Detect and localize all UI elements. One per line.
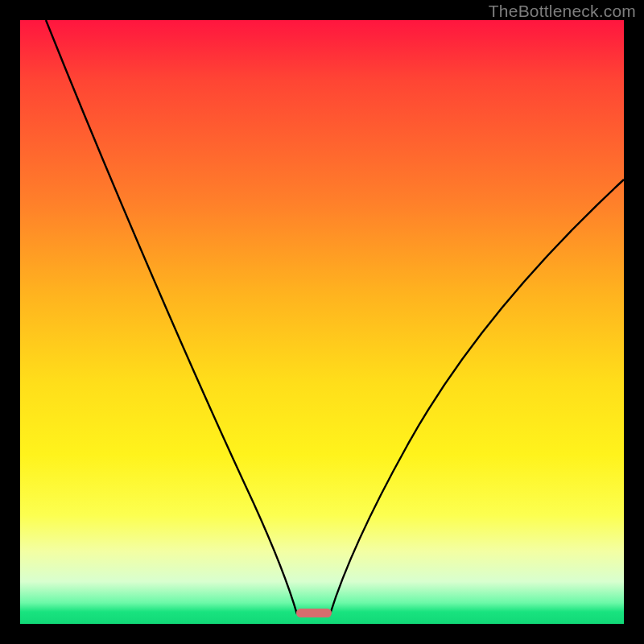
curve-right (330, 180, 624, 614)
chart-frame: TheBottleneck.com (0, 0, 644, 644)
plot-area (20, 20, 624, 624)
optimal-marker (296, 609, 332, 617)
watermark-text: TheBottleneck.com (489, 2, 636, 21)
bottleneck-curve (20, 20, 624, 624)
curve-left (46, 20, 297, 614)
